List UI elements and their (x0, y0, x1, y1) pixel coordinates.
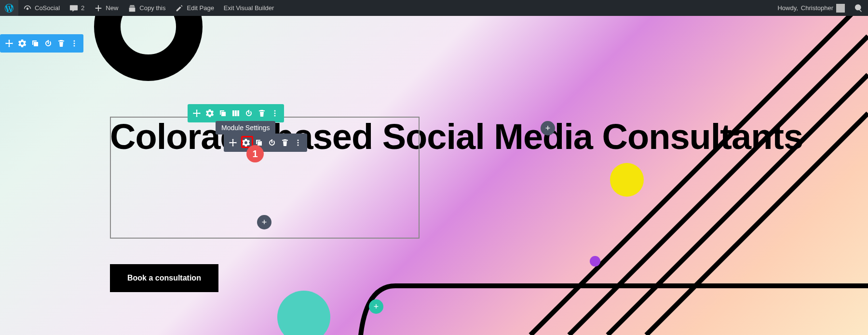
more-vertical-icon (271, 109, 279, 117)
duplicate-icon (219, 109, 227, 117)
svg-point-10 (298, 140, 299, 141)
trash-icon (57, 40, 65, 47)
svg-line-2 (608, 75, 868, 335)
section-delete[interactable] (55, 38, 67, 49)
svg-point-6 (74, 45, 75, 47)
svg-point-5 (74, 43, 75, 44)
avatar (836, 4, 845, 13)
copy-icon (128, 4, 136, 13)
svg-point-4 (74, 40, 75, 42)
howdy-prefix: Howdy, (777, 4, 798, 12)
svg-point-9 (274, 115, 276, 117)
edit-page-label: Edit Page (187, 4, 214, 12)
section-toolbar (0, 34, 83, 53)
user-menu[interactable]: Howdy, Christopher (773, 0, 850, 16)
row-columns[interactable] (230, 107, 242, 119)
canvas: Module Settings 1 Colorado based Social … (0, 16, 868, 335)
move-icon (229, 139, 237, 147)
columns-icon (232, 109, 240, 117)
decorative-ring (94, 16, 203, 81)
add-module-button[interactable]: + (257, 215, 271, 229)
user-name: Christopher (801, 4, 833, 12)
more-vertical-icon (70, 40, 78, 47)
more-vertical-icon (294, 139, 302, 147)
comment-count: 2 (81, 4, 84, 12)
new-menu[interactable]: New (89, 0, 123, 16)
module-more[interactable] (292, 137, 304, 148)
row-delete[interactable] (256, 107, 268, 119)
section-more[interactable] (68, 38, 80, 49)
module-move[interactable] (227, 137, 239, 148)
svg-point-8 (274, 113, 276, 114)
section-save[interactable] (42, 38, 54, 49)
section-move[interactable] (3, 38, 15, 49)
comments-menu[interactable]: 2 (65, 0, 89, 16)
module-settings-tooltip: Module Settings (216, 121, 275, 134)
module-delete[interactable] (279, 137, 291, 148)
edit-page-menu[interactable]: Edit Page (170, 0, 218, 16)
wp-adminbar: CoSocial 2 New Copy this Edit Page Exit … (0, 0, 868, 16)
row-settings[interactable] (204, 107, 216, 119)
move-icon (5, 40, 13, 47)
search-icon (854, 4, 863, 13)
power-icon (268, 139, 276, 147)
copy-menu[interactable]: Copy this (123, 0, 170, 16)
svg-point-7 (274, 110, 276, 112)
section-settings[interactable] (16, 38, 28, 49)
wordpress-icon (5, 4, 14, 13)
power-icon (245, 109, 253, 117)
exit-builder-label: Exit Visual Builder (224, 4, 274, 12)
section-duplicate[interactable] (29, 38, 41, 49)
row-duplicate[interactable] (217, 107, 229, 119)
svg-line-0 (530, 16, 868, 335)
decorative-dot-yellow (610, 163, 644, 197)
row-save[interactable] (243, 107, 255, 119)
trash-icon (258, 109, 266, 117)
dashboard-icon (23, 4, 32, 13)
row-move[interactable] (191, 107, 203, 119)
callout-badge: 1 (246, 145, 264, 162)
decorative-dot-purple (590, 256, 600, 267)
search-menu[interactable] (850, 0, 868, 16)
svg-point-11 (298, 142, 299, 144)
site-name-label: CoSocial (35, 4, 60, 12)
row-toolbar (188, 104, 284, 122)
row-more[interactable] (269, 107, 281, 119)
add-module-button-right[interactable]: + (541, 121, 555, 135)
cta-button[interactable]: Book a consultation (110, 264, 218, 292)
comment-icon (69, 4, 78, 13)
svg-point-12 (298, 145, 299, 146)
module-toolbar (224, 134, 307, 152)
add-row-button[interactable]: + (369, 299, 383, 314)
power-icon (44, 40, 52, 47)
gear-icon (206, 109, 214, 117)
decorative-dot-teal (277, 291, 330, 335)
duplicate-icon (31, 40, 39, 47)
plus-icon (94, 4, 103, 13)
copy-label: Copy this (139, 4, 165, 12)
exit-builder-menu[interactable]: Exit Visual Builder (219, 0, 279, 16)
gear-icon (242, 139, 250, 147)
gear-icon (18, 40, 26, 47)
site-name-menu[interactable]: CoSocial (18, 0, 65, 16)
move-icon (193, 109, 201, 117)
module-save[interactable] (266, 137, 278, 148)
pencil-icon (175, 4, 184, 13)
new-label: New (106, 4, 118, 12)
adminbar-right: Howdy, Christopher (773, 0, 868, 16)
adminbar-left: CoSocial 2 New Copy this Edit Page Exit … (0, 0, 279, 16)
trash-icon (281, 139, 289, 147)
wp-logo-menu[interactable] (0, 0, 18, 16)
